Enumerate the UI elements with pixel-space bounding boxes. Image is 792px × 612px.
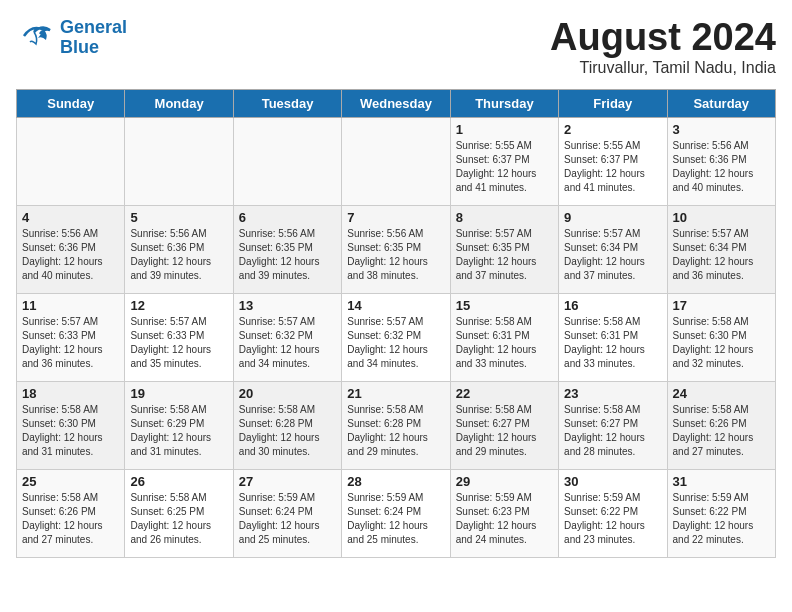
day-number: 5 xyxy=(130,210,227,225)
logo-text: General Blue xyxy=(60,18,127,58)
day-number: 8 xyxy=(456,210,553,225)
week-row-4: 18Sunrise: 5:58 AM Sunset: 6:30 PM Dayli… xyxy=(17,382,776,470)
calendar-cell: 12Sunrise: 5:57 AM Sunset: 6:33 PM Dayli… xyxy=(125,294,233,382)
calendar-cell: 1Sunrise: 5:55 AM Sunset: 6:37 PM Daylig… xyxy=(450,118,558,206)
calendar-cell xyxy=(233,118,341,206)
calendar-cell: 27Sunrise: 5:59 AM Sunset: 6:24 PM Dayli… xyxy=(233,470,341,558)
day-info: Sunrise: 5:59 AM Sunset: 6:24 PM Dayligh… xyxy=(239,491,336,547)
day-number: 15 xyxy=(456,298,553,313)
calendar-cell: 4Sunrise: 5:56 AM Sunset: 6:36 PM Daylig… xyxy=(17,206,125,294)
day-info: Sunrise: 5:57 AM Sunset: 6:35 PM Dayligh… xyxy=(456,227,553,283)
calendar-cell: 7Sunrise: 5:56 AM Sunset: 6:35 PM Daylig… xyxy=(342,206,450,294)
calendar-cell: 3Sunrise: 5:56 AM Sunset: 6:36 PM Daylig… xyxy=(667,118,775,206)
calendar-cell: 24Sunrise: 5:58 AM Sunset: 6:26 PM Dayli… xyxy=(667,382,775,470)
calendar-cell: 18Sunrise: 5:58 AM Sunset: 6:30 PM Dayli… xyxy=(17,382,125,470)
day-number: 10 xyxy=(673,210,770,225)
day-info: Sunrise: 5:58 AM Sunset: 6:29 PM Dayligh… xyxy=(130,403,227,459)
day-number: 1 xyxy=(456,122,553,137)
calendar-cell: 8Sunrise: 5:57 AM Sunset: 6:35 PM Daylig… xyxy=(450,206,558,294)
day-number: 3 xyxy=(673,122,770,137)
weekday-header-friday: Friday xyxy=(559,90,667,118)
calendar-cell: 29Sunrise: 5:59 AM Sunset: 6:23 PM Dayli… xyxy=(450,470,558,558)
day-info: Sunrise: 5:59 AM Sunset: 6:24 PM Dayligh… xyxy=(347,491,444,547)
day-info: Sunrise: 5:58 AM Sunset: 6:30 PM Dayligh… xyxy=(673,315,770,371)
day-info: Sunrise: 5:56 AM Sunset: 6:36 PM Dayligh… xyxy=(673,139,770,195)
weekday-header-wednesday: Wednesday xyxy=(342,90,450,118)
logo-line2: Blue xyxy=(60,37,99,57)
weekday-header-saturday: Saturday xyxy=(667,90,775,118)
day-info: Sunrise: 5:58 AM Sunset: 6:27 PM Dayligh… xyxy=(564,403,661,459)
day-number: 16 xyxy=(564,298,661,313)
weekday-header-sunday: Sunday xyxy=(17,90,125,118)
calendar-cell: 6Sunrise: 5:56 AM Sunset: 6:35 PM Daylig… xyxy=(233,206,341,294)
weekday-header-monday: Monday xyxy=(125,90,233,118)
calendar-cell: 13Sunrise: 5:57 AM Sunset: 6:32 PM Dayli… xyxy=(233,294,341,382)
day-number: 22 xyxy=(456,386,553,401)
calendar-cell xyxy=(342,118,450,206)
day-number: 13 xyxy=(239,298,336,313)
day-number: 14 xyxy=(347,298,444,313)
day-number: 17 xyxy=(673,298,770,313)
day-number: 28 xyxy=(347,474,444,489)
day-info: Sunrise: 5:58 AM Sunset: 6:28 PM Dayligh… xyxy=(347,403,444,459)
calendar-title: August 2024 xyxy=(550,16,776,59)
day-info: Sunrise: 5:57 AM Sunset: 6:34 PM Dayligh… xyxy=(564,227,661,283)
day-info: Sunrise: 5:59 AM Sunset: 6:22 PM Dayligh… xyxy=(673,491,770,547)
calendar-cell: 16Sunrise: 5:58 AM Sunset: 6:31 PM Dayli… xyxy=(559,294,667,382)
day-number: 7 xyxy=(347,210,444,225)
day-number: 30 xyxy=(564,474,661,489)
calendar-cell xyxy=(125,118,233,206)
calendar-cell: 9Sunrise: 5:57 AM Sunset: 6:34 PM Daylig… xyxy=(559,206,667,294)
day-info: Sunrise: 5:59 AM Sunset: 6:23 PM Dayligh… xyxy=(456,491,553,547)
day-number: 23 xyxy=(564,386,661,401)
logo-line1: General xyxy=(60,17,127,37)
day-number: 19 xyxy=(130,386,227,401)
day-info: Sunrise: 5:58 AM Sunset: 6:28 PM Dayligh… xyxy=(239,403,336,459)
logo-icon xyxy=(16,16,56,56)
day-number: 12 xyxy=(130,298,227,313)
day-number: 31 xyxy=(673,474,770,489)
day-number: 6 xyxy=(239,210,336,225)
day-info: Sunrise: 5:59 AM Sunset: 6:22 PM Dayligh… xyxy=(564,491,661,547)
day-number: 11 xyxy=(22,298,119,313)
calendar-cell: 20Sunrise: 5:58 AM Sunset: 6:28 PM Dayli… xyxy=(233,382,341,470)
day-info: Sunrise: 5:58 AM Sunset: 6:26 PM Dayligh… xyxy=(673,403,770,459)
day-number: 2 xyxy=(564,122,661,137)
page-header: General Blue August 2024 Tiruvallur, Tam… xyxy=(16,16,776,77)
calendar-cell: 28Sunrise: 5:59 AM Sunset: 6:24 PM Dayli… xyxy=(342,470,450,558)
title-block: August 2024 Tiruvallur, Tamil Nadu, Indi… xyxy=(550,16,776,77)
day-info: Sunrise: 5:57 AM Sunset: 6:32 PM Dayligh… xyxy=(239,315,336,371)
day-number: 26 xyxy=(130,474,227,489)
calendar-cell: 30Sunrise: 5:59 AM Sunset: 6:22 PM Dayli… xyxy=(559,470,667,558)
calendar-cell: 2Sunrise: 5:55 AM Sunset: 6:37 PM Daylig… xyxy=(559,118,667,206)
day-info: Sunrise: 5:57 AM Sunset: 6:33 PM Dayligh… xyxy=(130,315,227,371)
day-info: Sunrise: 5:56 AM Sunset: 6:36 PM Dayligh… xyxy=(130,227,227,283)
day-info: Sunrise: 5:56 AM Sunset: 6:35 PM Dayligh… xyxy=(347,227,444,283)
day-number: 18 xyxy=(22,386,119,401)
day-info: Sunrise: 5:57 AM Sunset: 6:34 PM Dayligh… xyxy=(673,227,770,283)
calendar-cell: 5Sunrise: 5:56 AM Sunset: 6:36 PM Daylig… xyxy=(125,206,233,294)
day-info: Sunrise: 5:55 AM Sunset: 6:37 PM Dayligh… xyxy=(564,139,661,195)
day-info: Sunrise: 5:55 AM Sunset: 6:37 PM Dayligh… xyxy=(456,139,553,195)
calendar-cell: 19Sunrise: 5:58 AM Sunset: 6:29 PM Dayli… xyxy=(125,382,233,470)
day-info: Sunrise: 5:56 AM Sunset: 6:35 PM Dayligh… xyxy=(239,227,336,283)
calendar-cell: 15Sunrise: 5:58 AM Sunset: 6:31 PM Dayli… xyxy=(450,294,558,382)
calendar-cell: 21Sunrise: 5:58 AM Sunset: 6:28 PM Dayli… xyxy=(342,382,450,470)
day-number: 29 xyxy=(456,474,553,489)
week-row-3: 11Sunrise: 5:57 AM Sunset: 6:33 PM Dayli… xyxy=(17,294,776,382)
weekday-header-row: SundayMondayTuesdayWednesdayThursdayFrid… xyxy=(17,90,776,118)
day-number: 27 xyxy=(239,474,336,489)
calendar-subtitle: Tiruvallur, Tamil Nadu, India xyxy=(550,59,776,77)
weekday-header-tuesday: Tuesday xyxy=(233,90,341,118)
day-number: 25 xyxy=(22,474,119,489)
calendar-cell: 23Sunrise: 5:58 AM Sunset: 6:27 PM Dayli… xyxy=(559,382,667,470)
calendar-table: SundayMondayTuesdayWednesdayThursdayFrid… xyxy=(16,89,776,558)
day-number: 4 xyxy=(22,210,119,225)
weekday-header-thursday: Thursday xyxy=(450,90,558,118)
day-info: Sunrise: 5:58 AM Sunset: 6:25 PM Dayligh… xyxy=(130,491,227,547)
day-info: Sunrise: 5:58 AM Sunset: 6:26 PM Dayligh… xyxy=(22,491,119,547)
week-row-2: 4Sunrise: 5:56 AM Sunset: 6:36 PM Daylig… xyxy=(17,206,776,294)
calendar-cell xyxy=(17,118,125,206)
day-info: Sunrise: 5:58 AM Sunset: 6:30 PM Dayligh… xyxy=(22,403,119,459)
day-number: 21 xyxy=(347,386,444,401)
